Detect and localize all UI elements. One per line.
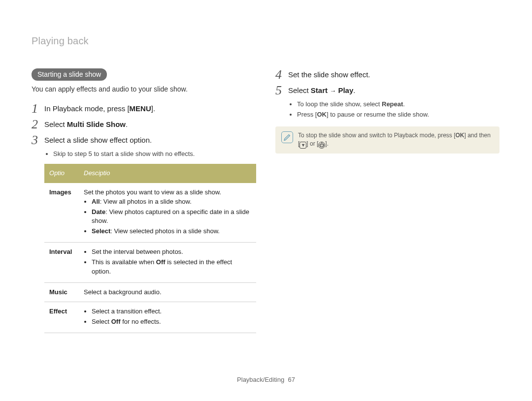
step-number: 1 (32, 102, 44, 115)
table-row: Music Select a background audio. (44, 282, 256, 302)
table-header-description: DescDescriptioniptio (79, 164, 256, 183)
page-footer: Playback/Editing 67 (0, 376, 532, 383)
table-row: Interval Set the interval between photos… (44, 243, 256, 283)
list-item: Select Off for no effects. (92, 317, 251, 327)
footer-page-number: 67 (288, 376, 295, 383)
power-icon: ⏻ (318, 142, 325, 149)
step-5: 5 Select Start → Play. (275, 84, 499, 97)
table-cell-label: Interval (44, 243, 79, 283)
step-3-bullets: Skip to step 5 to start a slide show wit… (53, 150, 256, 159)
table-header-option: OOptionptio (44, 164, 79, 183)
list-item: Skip to step 5 to start a slide show wit… (53, 150, 256, 159)
list-item: Select: View selected photos in a slide … (92, 227, 251, 236)
intro-text: You can apply effects and audio to your … (32, 85, 256, 93)
step-text: In Playback mode, press [MENU]. (44, 102, 155, 114)
note-icon (281, 131, 293, 143)
step-number: 3 (32, 134, 44, 147)
step-text: Select Multi Slide Show. (44, 118, 128, 129)
left-column: Starting a slide show You can apply effe… (32, 68, 256, 333)
table-cell-label: Effect (44, 302, 79, 333)
breadcrumb: Playing back (32, 35, 500, 47)
list-item: Date: View photos captured on a specific… (92, 208, 251, 226)
table-cell-label: Music (44, 282, 79, 302)
options-table: OOptionptio DescDescriptioniptio Images … (44, 164, 256, 333)
table-header-row: OOptionptio DescDescriptioniptio (44, 164, 256, 183)
step-text: Select Start → Play. (288, 84, 355, 95)
footer-section-label: Playback/Editing (237, 376, 284, 383)
step-5-bullets: To loop the slide show, select Repeat. P… (297, 100, 499, 120)
table-cell-label: Images (44, 183, 79, 243)
table-cell-description: Set the photos you want to view as a sli… (79, 183, 256, 243)
list-item: Set the interval between photos. (92, 247, 251, 257)
arrow-right-icon: → (330, 87, 336, 95)
step-number: 2 (32, 118, 44, 131)
step-1: 1 In Playback mode, press [MENU]. (32, 102, 256, 115)
table-row: Effect Select a transition effect. Selec… (44, 302, 256, 333)
step-4: 4 Set the slide show effect. (275, 68, 499, 81)
note-text: To stop the slide show and switch to Pla… (298, 131, 494, 149)
step-2: 2 Select Multi Slide Show. (32, 118, 256, 131)
table-cell-description: Set the interval between photos. This is… (79, 243, 256, 283)
step-number: 5 (275, 84, 288, 97)
right-column: 4 Set the slide show effect. 5 Select St… (275, 68, 499, 333)
step-number: 4 (275, 68, 288, 81)
step-3: 3 Select a slide show effect option. (32, 134, 256, 147)
list-item: To loop the slide show, select Repeat. (297, 100, 499, 109)
table-cell-description: Select a background audio. (79, 282, 256, 302)
table-cell-description: Select a transition effect. Select Off f… (79, 302, 256, 333)
table-row: Images Set the photos you want to view a… (44, 183, 256, 243)
note-box: To stop the slide show and switch to Pla… (275, 126, 499, 154)
down-nav-icon: ▾ (299, 142, 306, 149)
list-item: Select a transition effect. (92, 307, 251, 316)
list-item: This is available when Off is selected i… (92, 258, 251, 277)
step-text: Select a slide show effect option. (44, 134, 152, 145)
section-heading-pill: Starting a slide show (32, 68, 107, 81)
step-text: Set the slide show effect. (288, 68, 370, 80)
list-item: All: View all photos in a slide show. (92, 197, 251, 207)
list-item: Press [OK] to pause or resume the slide … (297, 110, 499, 120)
